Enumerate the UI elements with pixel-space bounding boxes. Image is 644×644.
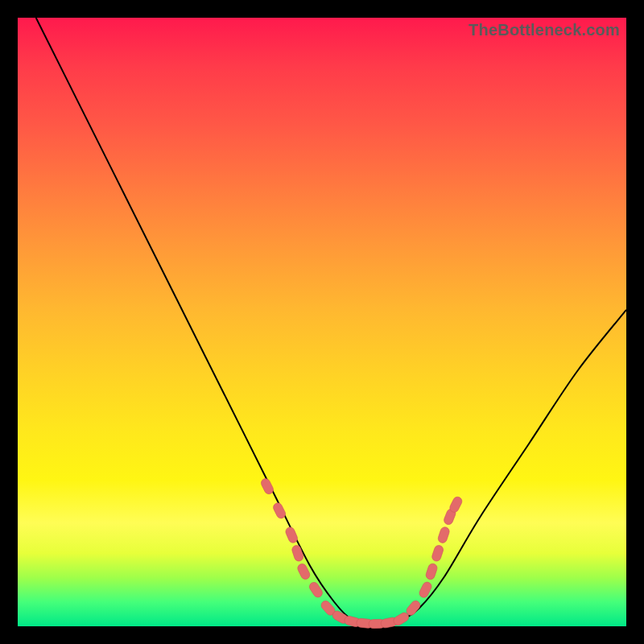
curve-marker	[425, 563, 439, 580]
chart-svg	[18, 18, 626, 626]
curve-marker	[260, 477, 275, 496]
curve-marker	[291, 544, 304, 562]
bottleneck-curve	[36, 18, 626, 627]
curve-marker	[437, 526, 451, 543]
marker-group	[260, 477, 464, 629]
chart-plot-area: TheBottleneck.com	[18, 18, 626, 626]
curve-marker	[431, 544, 444, 562]
chart-frame: TheBottleneck.com	[18, 18, 626, 626]
curve-group	[36, 18, 626, 627]
